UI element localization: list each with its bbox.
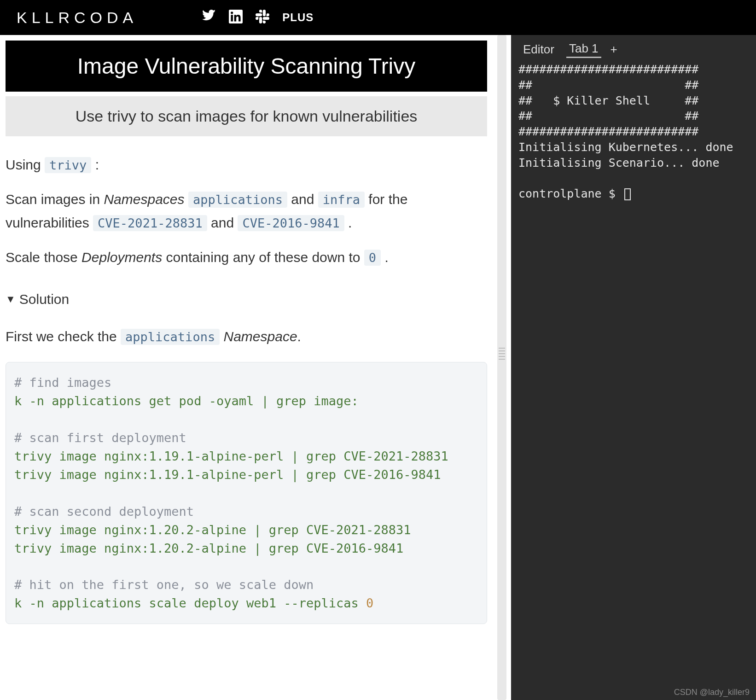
code-applications: applications <box>188 192 287 208</box>
code-line: trivy image nginx:1.20.2-alpine | grep C… <box>14 523 411 537</box>
term-line: ## ## <box>518 78 698 92</box>
main-area: Image Vulnerability Scanning Trivy Use t… <box>0 35 756 700</box>
panel-divider[interactable] <box>493 35 511 700</box>
text: First we check the <box>6 329 121 344</box>
term-line: ########################## <box>518 63 698 76</box>
linkedin-icon[interactable] <box>229 10 243 25</box>
text: and <box>287 192 318 207</box>
code-cve1: CVE-2021-28831 <box>93 215 207 231</box>
code-line: k -n applications scale deploy web1 --re… <box>14 596 366 610</box>
code-comment: # hit on the first one, so we scale down <box>14 578 314 592</box>
code-block[interactable]: # find images k -n applications get pod … <box>6 362 487 624</box>
text: . <box>344 215 352 230</box>
deployments-italic: Deployments <box>81 250 162 265</box>
task-line-1: Scan images in Namespaces applications a… <box>6 187 487 234</box>
twitter-icon[interactable] <box>202 10 216 25</box>
tab-add[interactable]: + <box>611 42 617 57</box>
code-trivy: trivy <box>45 157 91 173</box>
text <box>185 192 188 207</box>
header-icons: PLUS <box>202 10 314 25</box>
term-line: ########################## <box>518 125 698 138</box>
text: . <box>381 250 389 265</box>
code-comment: # scan second deployment <box>14 504 194 519</box>
terminal-tabs: Editor Tab 1 + <box>511 35 756 62</box>
cursor-icon <box>624 188 631 200</box>
term-line: Initialising Scenario... done <box>518 156 720 169</box>
code-line: trivy image nginx:1.20.2-alpine | grep C… <box>14 541 403 555</box>
logo[interactable]: KLLRCODA <box>17 9 138 27</box>
term-line: ## $ Killer Shell ## <box>518 94 698 107</box>
solution-intro: First we check the applications Namespac… <box>6 325 487 348</box>
term-line: ## ## <box>518 109 698 122</box>
terminal-output[interactable]: ########################## ## ## ## $ Ki… <box>511 62 756 202</box>
code-line: trivy image nginx:1.19.1-alpine-perl | g… <box>14 449 448 463</box>
code-comment: # scan first deployment <box>14 431 186 445</box>
code-comment: # find images <box>14 375 111 390</box>
tab-editor[interactable]: Editor <box>520 41 557 58</box>
task-line-2: Scale those Deployments containing any o… <box>6 245 487 269</box>
code-infra: infra <box>318 192 365 208</box>
terminal-panel: Editor Tab 1 + #########################… <box>511 35 756 700</box>
instructions-panel: Image Vulnerability Scanning Trivy Use t… <box>0 35 493 700</box>
code-applications-2: applications <box>121 329 220 345</box>
solution-label: Solution <box>19 287 69 311</box>
code-number: 0 <box>366 596 373 610</box>
watermark: CSDN @lady_killer9 <box>674 688 750 697</box>
namespace-italic: Namespace <box>224 329 297 344</box>
page-title: Image Vulnerability Scanning Trivy <box>6 41 487 92</box>
drag-handle-icon <box>499 348 505 366</box>
namespaces-italic: Namespaces <box>104 192 184 207</box>
page-subtitle: Use trivy to scan images for known vulne… <box>6 96 487 136</box>
code-line: trivy image nginx:1.19.1-alpine-perl | g… <box>14 467 441 482</box>
slack-icon[interactable] <box>256 10 269 25</box>
text <box>220 329 223 344</box>
text: : <box>91 157 99 172</box>
text: and <box>207 215 238 230</box>
code-line: k -n applications get pod -oyaml | grep … <box>14 394 359 408</box>
text: containing any of these down to <box>162 250 364 265</box>
code-cve2: CVE-2016-9841 <box>238 215 344 231</box>
term-prompt: controlplane $ <box>518 187 622 200</box>
code-zero: 0 <box>364 250 381 266</box>
text: Scale those <box>6 250 81 265</box>
chevron-down-icon: ▼ <box>6 291 16 308</box>
tab-tab1[interactable]: Tab 1 <box>566 41 601 58</box>
content-body: Using trivy : Scan images in Namespaces … <box>6 153 487 624</box>
text: Scan images in <box>6 192 104 207</box>
top-header: KLLRCODA PLUS <box>0 0 756 35</box>
intro-line: Using trivy : <box>6 153 487 176</box>
text: Using <box>6 157 45 172</box>
text: . <box>297 329 301 344</box>
plus-link[interactable]: PLUS <box>282 11 314 24</box>
solution-toggle[interactable]: ▼ Solution <box>6 287 487 311</box>
term-line: Initialising Kubernetes... done <box>518 140 733 154</box>
